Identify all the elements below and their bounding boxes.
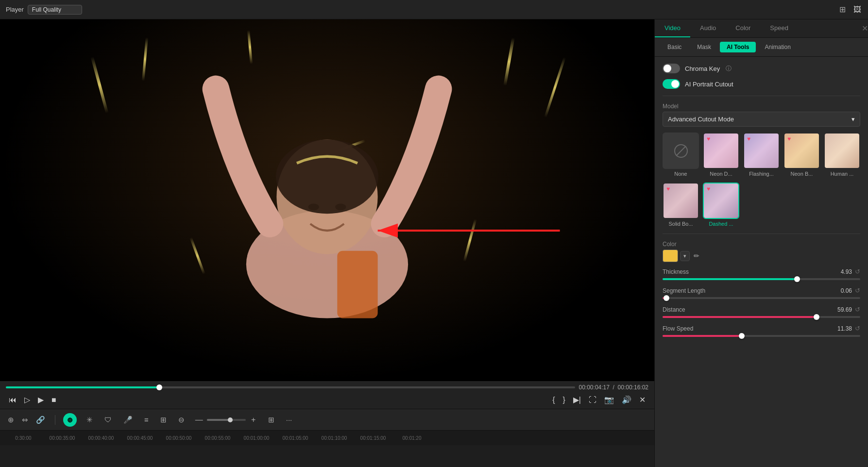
tl-add-button[interactable]: ⊕ [63,413,77,427]
tl-pip-tool[interactable]: ⊞ [158,414,169,426]
flow-speed-value: 11.38 [837,325,852,332]
thickness-value: 4.93 [841,268,852,275]
snapshot-button[interactable]: 📷 [601,394,617,406]
flow-speed-header: Flow Speed 11.38 ↺ [663,325,860,332]
time-display: 00:00:04:17 / 00:00:16:02 [579,384,648,391]
color-swatch[interactable] [663,250,678,262]
subtab-animation[interactable]: Animation [758,42,797,52]
thickness-reset-button[interactable]: ↺ [855,268,860,275]
chroma-key-toggle[interactable] [663,64,680,73]
step-back-button[interactable]: ⏮ [6,394,19,406]
tl-shield-tool[interactable]: 🛡 [102,414,114,426]
thickness-knob[interactable] [794,276,800,282]
subtab-basic[interactable]: Basic [661,42,688,52]
distance-reset-button[interactable]: ↺ [855,306,860,313]
distance-value: 59.69 [837,306,852,313]
audio-button[interactable]: 🔊 [619,394,634,406]
fullscreen-button[interactable]: ⛶ [586,394,599,406]
thumb-human-bg [825,133,859,168]
tl-mic-tool[interactable]: 🎤 [121,414,135,426]
color-dropdown-button[interactable]: ▾ [680,251,690,261]
thumb-neon-d[interactable]: ♥ Neon D... [703,133,739,177]
model-dropdown[interactable]: Advanced Cutout Mode ▾ [663,112,860,127]
tl-caption-tool[interactable]: ≡ [142,414,151,426]
thumb-dashed[interactable]: ♥ Dashed ... [703,183,739,227]
thumb-neon-b-heart-icon: ♥ [787,135,791,142]
thumb-neon-d-label: Neon D... [710,171,732,177]
ruler-tick-7: 00:01:05:00 [276,435,315,441]
image-view-icon[interactable]: 🖼 [852,4,862,15]
settings-button[interactable]: ✕ [636,394,648,406]
distance-track[interactable] [663,316,860,318]
zoom-minus[interactable]: — [194,415,204,425]
tl-more-btn[interactable]: ··· [284,414,294,426]
zoom-handle[interactable] [228,417,233,422]
zoom-track[interactable] [207,419,246,421]
segment-length-knob[interactable] [664,295,669,301]
thickness-fill [663,278,797,280]
tl-select-tool[interactable]: ⊕ [6,414,16,426]
thumb-solid-bo-img: ♥ [663,183,699,219]
tl-divider-1 [55,415,55,425]
segment-length-track[interactable] [663,297,860,299]
color-label: Color [663,241,860,248]
tab-video[interactable]: Video [655,19,690,37]
panel-main-tabs: Video Audio Color Speed ✕ [655,19,868,38]
thumb-dashed-label: Dashed ... [709,221,733,227]
thickness-track[interactable] [663,278,860,280]
tl-grid-btn[interactable]: ⊞ [266,414,276,426]
tl-sun-tool[interactable]: ✳ [85,414,95,426]
tl-trim-tool[interactable]: ⇔ [20,414,30,426]
subtab-mask[interactable]: Mask [690,42,718,52]
distance-knob[interactable] [814,314,819,320]
panel-sub-tabs: Basic Mask AI Tools Animation [655,38,868,57]
flow-speed-reset-button[interactable]: ↺ [855,325,860,332]
thumb-dashed-heart-icon: ♥ [707,185,710,192]
distance-slider-row: Distance 59.69 ↺ [663,306,860,318]
flow-speed-knob[interactable] [739,333,745,339]
thumb-human-label: Human ... [831,171,854,177]
tab-color[interactable]: Color [726,19,760,37]
thumb-flashing[interactable]: ♥ Flashing... [743,133,780,177]
segment-length-slider-row: Segment Length 0.06 ↺ [663,287,860,299]
main-content: 00:00:04:17 / 00:00:16:02 ⏮ ▷ ▶ ■ { } ▶|… [0,19,868,467]
thumb-none[interactable]: None [663,133,699,177]
tl-zoom-control: — + [194,415,258,425]
segment-length-reset-button[interactable]: ↺ [855,287,860,294]
clip-options-button[interactable]: ▶| [570,394,584,406]
playback-right-controls: { } ▶| ⛶ 📷 🔊 ✕ [549,394,648,406]
grid-view-icon[interactable]: ⊞ [838,4,847,15]
stop-button[interactable]: ■ [49,394,59,406]
tl-link-tool[interactable]: 🔗 [34,414,47,426]
thumbnail-row-1: None ♥ Neon D... ♥ [663,133,860,177]
progress-bar[interactable] [6,386,575,388]
thumb-solid-bo-label: Solid Bo... [668,221,693,227]
tab-speed[interactable]: Speed [760,19,798,37]
timeline: ⊕ ⇔ 🔗 ⊕ ✳ 🛡 🎤 ≡ ⊞ ⊖ — [0,409,654,467]
thumb-neon-b[interactable]: ♥ Neon B... [783,133,820,177]
thumb-neon-d-heart-icon: ♥ [707,135,710,142]
thumb-human[interactable]: Human ... [824,133,860,177]
progress-handle[interactable] [156,384,162,390]
play-backward-button[interactable]: ▷ [21,394,33,406]
flow-speed-track[interactable] [663,335,860,337]
in-mark-button[interactable]: { [549,394,558,406]
panel-close-button[interactable]: ✕ [862,19,868,37]
chroma-key-help-icon[interactable]: ⓘ [726,65,732,73]
tl-circle-tool[interactable]: ⊖ [176,414,187,426]
video-player [0,19,654,381]
subtab-aitools[interactable]: AI Tools [720,42,756,52]
distance-label: Distance [663,306,685,313]
thumb-solid-bo[interactable]: ♥ Solid Bo... [663,183,699,227]
eyedropper-button[interactable]: ✏ [694,252,699,260]
tab-audio[interactable]: Audio [690,19,726,37]
zoom-plus[interactable]: + [249,415,258,425]
divider-2 [663,234,860,234]
out-mark-button[interactable]: } [560,394,568,406]
ai-portrait-toggle[interactable] [663,79,680,89]
ruler-tick-9: 00:01:15:00 [354,435,392,441]
quality-select[interactable]: Full Quality Half Quality Quarter Qualit… [28,5,82,15]
thumb-flashing-bg: ♥ [744,133,779,168]
play-button[interactable]: ▶ [35,394,47,406]
thumb-neon-b-bg: ♥ [784,133,819,168]
